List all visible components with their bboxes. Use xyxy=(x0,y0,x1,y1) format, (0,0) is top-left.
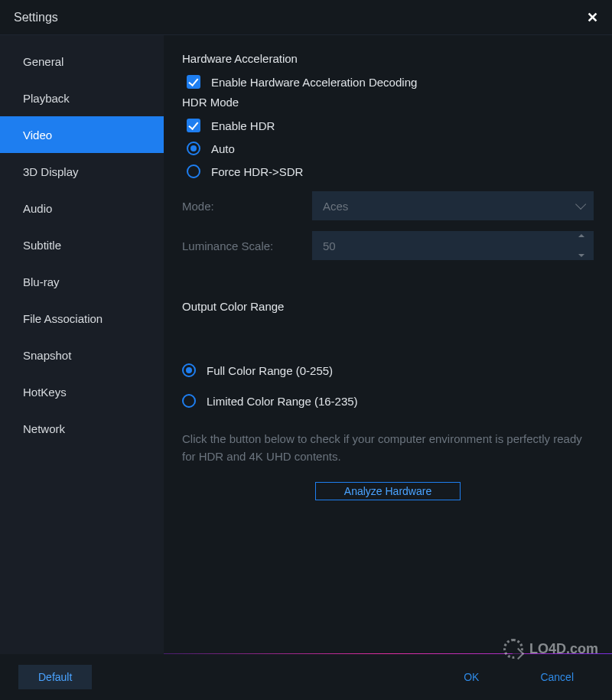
cancel-button[interactable]: Cancel xyxy=(520,665,594,689)
label-enable-hw-accel: Enable Hardware Acceleration Decoding xyxy=(211,76,417,89)
label-full-color-range: Full Color Range (0-255) xyxy=(207,364,333,377)
close-button[interactable]: ✕ xyxy=(587,9,598,26)
section-output-color-range: Output Color Range xyxy=(182,300,594,313)
label-luminance-scale: Luminance Scale: xyxy=(182,239,312,252)
sidebar-item-snapshot[interactable]: Snapshot xyxy=(0,337,164,373)
radio-hdr-auto[interactable] xyxy=(187,142,200,155)
label-hdr-force-sdr: Force HDR->SDR xyxy=(211,165,303,178)
sidebar-item-blu-ray[interactable]: Blu-ray xyxy=(0,263,164,300)
select-hdr-mode-value: Aces xyxy=(323,200,348,213)
analyze-hardware-button[interactable]: Analyze Hardware xyxy=(315,482,461,500)
divider-gradient xyxy=(164,653,612,654)
label-mode: Mode: xyxy=(182,200,312,213)
input-luminance-scale[interactable]: 50 xyxy=(312,231,594,260)
sidebar-item-file-association[interactable]: File Association xyxy=(0,300,164,337)
settings-panel-video: Hardware Acceleration Enable Hardware Ac… xyxy=(164,35,612,654)
section-hdr-mode: HDR Mode xyxy=(182,96,594,109)
checkbox-enable-hw-accel[interactable] xyxy=(187,75,200,89)
default-button[interactable]: Default xyxy=(18,665,92,689)
sidebar-item-hotkeys[interactable]: HotKeys xyxy=(0,373,164,410)
hint-analyze-hardware: Click the button below to check if your … xyxy=(182,431,594,465)
radio-full-color-range[interactable] xyxy=(182,363,196,377)
luminance-scale-value: 50 xyxy=(323,239,336,252)
settings-sidebar: GeneralPlaybackVideo3D DisplayAudioSubti… xyxy=(0,35,164,654)
window-title: Settings xyxy=(14,11,58,24)
spinner-down-icon[interactable] xyxy=(578,254,584,257)
chevron-down-icon xyxy=(575,199,586,210)
label-limited-color-range: Limited Color Range (16-235) xyxy=(207,395,358,408)
sidebar-item-3d-display[interactable]: 3D Display xyxy=(0,153,164,190)
checkbox-enable-hdr[interactable] xyxy=(187,119,200,132)
ok-button[interactable]: OK xyxy=(444,665,499,689)
sidebar-item-playback[interactable]: Playback xyxy=(0,80,164,116)
radio-hdr-force-sdr[interactable] xyxy=(187,164,200,178)
sidebar-item-video[interactable]: Video xyxy=(0,116,164,153)
spinner-up-icon[interactable] xyxy=(578,234,584,237)
select-hdr-mode[interactable]: Aces xyxy=(312,191,594,220)
label-hdr-auto: Auto xyxy=(211,142,235,155)
sidebar-item-general[interactable]: General xyxy=(0,43,164,80)
sidebar-item-subtitle[interactable]: Subtitle xyxy=(0,226,164,263)
sidebar-item-audio[interactable]: Audio xyxy=(0,190,164,226)
label-enable-hdr: Enable HDR xyxy=(211,119,275,132)
radio-limited-color-range[interactable] xyxy=(182,394,196,408)
section-hardware-acceleration: Hardware Acceleration xyxy=(182,52,594,65)
sidebar-item-network[interactable]: Network xyxy=(0,410,164,447)
